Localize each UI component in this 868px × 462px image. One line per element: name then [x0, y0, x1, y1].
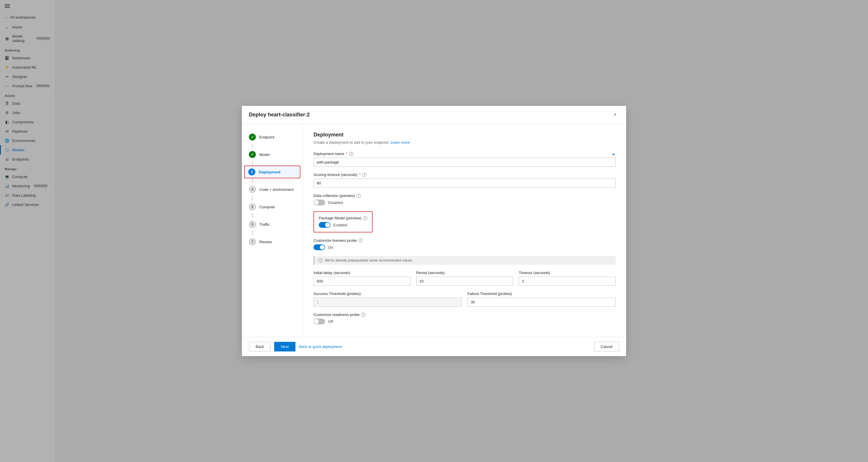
modal-header: Deploy heart-classifier:2 ×: [242, 106, 626, 124]
step-connector-1: [252, 143, 253, 148]
liveness-toggle[interactable]: [313, 244, 325, 250]
modal-body: ✓ Endpoint ✓ Model 3 Deployment: [242, 124, 626, 337]
success-threshold-input: [313, 298, 462, 307]
step-circle-review: 7: [249, 238, 256, 245]
deployment-name-label: Deployment name * i: [313, 152, 353, 156]
step-label-traffic: Traffic: [259, 222, 270, 227]
deployment-name-info-icon[interactable]: i: [349, 152, 353, 156]
notice-info-icon: i: [318, 258, 322, 262]
step-circle-traffic: 6: [249, 221, 256, 228]
required-asterisk: *: [346, 152, 347, 156]
scoring-timeout-input[interactable]: [313, 178, 616, 188]
package-model-box: Package Model (preview) i Enabled: [313, 211, 373, 232]
scoring-timeout-label: Scoring timeout (seconds) * i: [313, 172, 616, 177]
package-model-toggle[interactable]: [319, 222, 330, 228]
modal-overlay: Deploy heart-classifier:2 × ✓ Endpoint ✓: [55, 0, 868, 462]
step-circle-deployment: 3: [248, 168, 255, 175]
modal-close-button[interactable]: ×: [611, 110, 619, 119]
back-button[interactable]: Back: [249, 342, 271, 352]
failure-threshold-input[interactable]: [467, 298, 616, 307]
initial-delay-input[interactable]: [313, 277, 410, 286]
package-model-label: Package Model (preview) i: [319, 216, 367, 220]
step-label-code: Code + environment: [259, 187, 293, 192]
package-model-toggle-label: Enabled: [333, 223, 347, 227]
readiness-toggle[interactable]: [313, 319, 325, 324]
success-threshold-label: Success Threshold (probes): [313, 292, 462, 296]
eye-icon[interactable]: 👁: [612, 153, 616, 157]
modal-footer: Back Next Back to quick deployment Cance…: [242, 337, 626, 356]
timeout-input[interactable]: [519, 277, 616, 286]
data-collection-info-icon[interactable]: i: [356, 194, 361, 198]
initial-delay-field: Initial delay (seconds): [313, 271, 410, 286]
data-collection-toggle-label: Disabled: [328, 200, 343, 205]
main-content: Deploy heart-classifier:2 × ✓ Endpoint ✓: [55, 0, 868, 462]
steps-panel: ✓ Endpoint ✓ Model 3 Deployment: [242, 124, 303, 337]
back-to-quick-deployment-link[interactable]: Back to quick deployment: [299, 344, 342, 349]
next-button[interactable]: Next: [274, 342, 296, 352]
section-title: Deployment: [313, 132, 616, 138]
deployment-name-input[interactable]: [313, 158, 616, 167]
liveness-probe-field: Customize liveness probe i On: [313, 238, 616, 250]
step-label-deployment: Deployment: [259, 170, 280, 174]
readiness-probe-field: Customize readiness probe i Off: [313, 312, 616, 324]
step-compute[interactable]: 5 Compute: [242, 200, 303, 213]
step-endpoint[interactable]: ✓ Endpoint: [242, 131, 303, 143]
scoring-required-asterisk: *: [359, 172, 361, 177]
liveness-toggle-row: On: [313, 244, 616, 250]
step-circle-code: 4: [249, 186, 256, 193]
package-model-info-icon[interactable]: i: [363, 216, 367, 220]
data-collection-toggle-row: Disabled: [313, 200, 616, 205]
liveness-toggle-label: On: [328, 245, 333, 250]
step-deployment[interactable]: 3 Deployment: [244, 166, 300, 178]
readiness-info-icon[interactable]: i: [361, 313, 365, 317]
probe-fields-row-2: Success Threshold (probes) Failure Thres…: [313, 292, 616, 307]
step-circle-compute: 5: [249, 203, 256, 210]
step-label-compute: Compute: [259, 205, 275, 209]
step-connector-5: [252, 213, 253, 218]
failure-threshold-field: Failure Threshold (probes): [467, 292, 616, 307]
readiness-toggle-row: Off: [313, 319, 616, 324]
step-circle-model: ✓: [249, 151, 256, 158]
content-panel: Deployment Create a deployment to add to…: [303, 124, 626, 337]
period-field: Period (seconds): [416, 271, 513, 286]
step-connector-3: [252, 178, 253, 183]
step-traffic[interactable]: 6 Traffic: [242, 218, 303, 231]
step-review[interactable]: 7 Review: [242, 235, 303, 248]
step-label-review: Review: [259, 240, 272, 244]
data-collection-toggle[interactable]: [313, 200, 325, 205]
readiness-probe-label: Customize readiness probe i: [313, 312, 616, 317]
modal-title: Deploy heart-classifier:2: [249, 112, 310, 118]
step-model[interactable]: ✓ Model: [242, 148, 303, 161]
probe-fields-row-1: Initial delay (seconds) Period (seconds): [313, 271, 616, 286]
deploy-modal: Deploy heart-classifier:2 × ✓ Endpoint ✓: [242, 106, 626, 356]
section-subtitle: Create a deployment to add to your endpo…: [313, 140, 616, 144]
liveness-probe-label: Customize liveness probe i: [313, 238, 616, 243]
learn-more-link[interactable]: Learn more: [391, 140, 410, 144]
timeout-field: Timeout (seconds): [519, 271, 616, 286]
success-threshold-field: Success Threshold (probes): [313, 292, 462, 307]
step-connector-6: [252, 231, 253, 235]
data-collection-label: Data collection (preview) i: [313, 194, 616, 198]
timeout-label: Timeout (seconds): [519, 271, 616, 275]
prepopulated-notice: i We've already prepopulated some recomm…: [313, 256, 616, 265]
step-circle-endpoint: ✓: [249, 134, 256, 140]
cancel-button[interactable]: Cancel: [594, 342, 619, 352]
data-collection-field: Data collection (preview) i Disabled: [313, 194, 616, 205]
step-code-environment[interactable]: 4 Code + environment: [242, 183, 303, 196]
step-label-endpoint: Endpoint: [259, 135, 274, 139]
step-connector-2: [252, 161, 253, 166]
package-model-toggle-row: Enabled: [319, 222, 367, 228]
step-connector-4: [252, 196, 253, 200]
period-label: Period (seconds): [416, 271, 513, 275]
liveness-info-icon[interactable]: i: [359, 238, 363, 243]
readiness-toggle-label: Off: [328, 320, 333, 324]
failure-threshold-label: Failure Threshold (probes): [467, 292, 616, 296]
initial-delay-label: Initial delay (seconds): [313, 271, 410, 275]
period-input[interactable]: [416, 277, 513, 286]
scoring-timeout-info-icon[interactable]: i: [362, 173, 367, 177]
deployment-name-field: Deployment name * i 👁: [313, 152, 616, 167]
scoring-timeout-field: Scoring timeout (seconds) * i: [313, 172, 616, 188]
step-label-model: Model: [259, 153, 270, 157]
